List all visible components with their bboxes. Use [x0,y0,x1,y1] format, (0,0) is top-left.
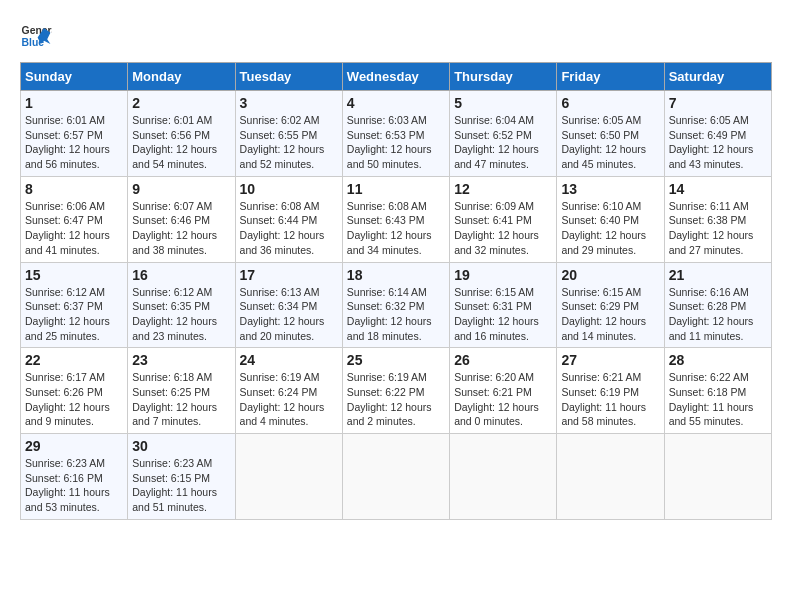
calendar-cell: 3 Sunrise: 6:02 AMSunset: 6:55 PMDayligh… [235,91,342,177]
day-number: 30 [132,438,230,454]
calendar-cell [450,434,557,520]
calendar-cell: 23 Sunrise: 6:18 AMSunset: 6:25 PMDaylig… [128,348,235,434]
day-info: Sunrise: 6:13 AMSunset: 6:34 PMDaylight:… [240,285,338,344]
weekday-header-thursday: Thursday [450,63,557,91]
day-info: Sunrise: 6:16 AMSunset: 6:28 PMDaylight:… [669,285,767,344]
weekday-header-monday: Monday [128,63,235,91]
calendar-cell: 24 Sunrise: 6:19 AMSunset: 6:24 PMDaylig… [235,348,342,434]
calendar-cell: 16 Sunrise: 6:12 AMSunset: 6:35 PMDaylig… [128,262,235,348]
weekday-header-tuesday: Tuesday [235,63,342,91]
weekday-header-saturday: Saturday [664,63,771,91]
calendar-cell: 5 Sunrise: 6:04 AMSunset: 6:52 PMDayligh… [450,91,557,177]
calendar-cell: 30 Sunrise: 6:23 AMSunset: 6:15 PMDaylig… [128,434,235,520]
day-number: 25 [347,352,445,368]
day-info: Sunrise: 6:12 AMSunset: 6:37 PMDaylight:… [25,285,123,344]
calendar-cell: 4 Sunrise: 6:03 AMSunset: 6:53 PMDayligh… [342,91,449,177]
day-info: Sunrise: 6:11 AMSunset: 6:38 PMDaylight:… [669,199,767,258]
day-info: Sunrise: 6:01 AMSunset: 6:57 PMDaylight:… [25,113,123,172]
day-number: 20 [561,267,659,283]
day-number: 17 [240,267,338,283]
weekday-header-wednesday: Wednesday [342,63,449,91]
day-info: Sunrise: 6:07 AMSunset: 6:46 PMDaylight:… [132,199,230,258]
day-info: Sunrise: 6:05 AMSunset: 6:49 PMDaylight:… [669,113,767,172]
calendar-cell: 26 Sunrise: 6:20 AMSunset: 6:21 PMDaylig… [450,348,557,434]
day-number: 27 [561,352,659,368]
day-info: Sunrise: 6:04 AMSunset: 6:52 PMDaylight:… [454,113,552,172]
day-number: 10 [240,181,338,197]
day-number: 5 [454,95,552,111]
day-info: Sunrise: 6:20 AMSunset: 6:21 PMDaylight:… [454,370,552,429]
day-number: 16 [132,267,230,283]
day-number: 24 [240,352,338,368]
day-info: Sunrise: 6:08 AMSunset: 6:43 PMDaylight:… [347,199,445,258]
calendar-cell: 8 Sunrise: 6:06 AMSunset: 6:47 PMDayligh… [21,176,128,262]
calendar-cell: 10 Sunrise: 6:08 AMSunset: 6:44 PMDaylig… [235,176,342,262]
calendar-cell [235,434,342,520]
day-info: Sunrise: 6:10 AMSunset: 6:40 PMDaylight:… [561,199,659,258]
calendar-cell: 6 Sunrise: 6:05 AMSunset: 6:50 PMDayligh… [557,91,664,177]
calendar-cell: 2 Sunrise: 6:01 AMSunset: 6:56 PMDayligh… [128,91,235,177]
day-number: 15 [25,267,123,283]
calendar-cell: 14 Sunrise: 6:11 AMSunset: 6:38 PMDaylig… [664,176,771,262]
day-info: Sunrise: 6:12 AMSunset: 6:35 PMDaylight:… [132,285,230,344]
logo-icon: General Blue [20,20,52,52]
calendar-cell: 25 Sunrise: 6:19 AMSunset: 6:22 PMDaylig… [342,348,449,434]
day-info: Sunrise: 6:05 AMSunset: 6:50 PMDaylight:… [561,113,659,172]
day-number: 13 [561,181,659,197]
day-info: Sunrise: 6:18 AMSunset: 6:25 PMDaylight:… [132,370,230,429]
day-number: 18 [347,267,445,283]
day-number: 14 [669,181,767,197]
day-info: Sunrise: 6:23 AMSunset: 6:15 PMDaylight:… [132,456,230,515]
day-info: Sunrise: 6:22 AMSunset: 6:18 PMDaylight:… [669,370,767,429]
calendar-cell: 19 Sunrise: 6:15 AMSunset: 6:31 PMDaylig… [450,262,557,348]
day-number: 6 [561,95,659,111]
calendar-cell: 21 Sunrise: 6:16 AMSunset: 6:28 PMDaylig… [664,262,771,348]
day-info: Sunrise: 6:01 AMSunset: 6:56 PMDaylight:… [132,113,230,172]
calendar-cell: 9 Sunrise: 6:07 AMSunset: 6:46 PMDayligh… [128,176,235,262]
calendar-cell: 7 Sunrise: 6:05 AMSunset: 6:49 PMDayligh… [664,91,771,177]
day-number: 21 [669,267,767,283]
day-info: Sunrise: 6:09 AMSunset: 6:41 PMDaylight:… [454,199,552,258]
calendar-cell: 13 Sunrise: 6:10 AMSunset: 6:40 PMDaylig… [557,176,664,262]
day-info: Sunrise: 6:15 AMSunset: 6:31 PMDaylight:… [454,285,552,344]
calendar-cell: 18 Sunrise: 6:14 AMSunset: 6:32 PMDaylig… [342,262,449,348]
logo: General Blue [20,20,52,52]
day-info: Sunrise: 6:03 AMSunset: 6:53 PMDaylight:… [347,113,445,172]
day-number: 19 [454,267,552,283]
day-number: 29 [25,438,123,454]
day-info: Sunrise: 6:02 AMSunset: 6:55 PMDaylight:… [240,113,338,172]
page-header: General Blue [20,20,772,52]
day-number: 9 [132,181,230,197]
day-info: Sunrise: 6:06 AMSunset: 6:47 PMDaylight:… [25,199,123,258]
day-info: Sunrise: 6:15 AMSunset: 6:29 PMDaylight:… [561,285,659,344]
day-number: 7 [669,95,767,111]
day-number: 1 [25,95,123,111]
day-info: Sunrise: 6:19 AMSunset: 6:22 PMDaylight:… [347,370,445,429]
day-info: Sunrise: 6:19 AMSunset: 6:24 PMDaylight:… [240,370,338,429]
calendar-cell: 22 Sunrise: 6:17 AMSunset: 6:26 PMDaylig… [21,348,128,434]
day-number: 8 [25,181,123,197]
day-number: 26 [454,352,552,368]
calendar-cell: 15 Sunrise: 6:12 AMSunset: 6:37 PMDaylig… [21,262,128,348]
calendar-cell: 1 Sunrise: 6:01 AMSunset: 6:57 PMDayligh… [21,91,128,177]
weekday-header-friday: Friday [557,63,664,91]
calendar-cell: 28 Sunrise: 6:22 AMSunset: 6:18 PMDaylig… [664,348,771,434]
day-info: Sunrise: 6:17 AMSunset: 6:26 PMDaylight:… [25,370,123,429]
calendar-cell [557,434,664,520]
day-info: Sunrise: 6:08 AMSunset: 6:44 PMDaylight:… [240,199,338,258]
calendar-cell: 29 Sunrise: 6:23 AMSunset: 6:16 PMDaylig… [21,434,128,520]
calendar-cell: 11 Sunrise: 6:08 AMSunset: 6:43 PMDaylig… [342,176,449,262]
day-number: 28 [669,352,767,368]
calendar-cell: 27 Sunrise: 6:21 AMSunset: 6:19 PMDaylig… [557,348,664,434]
day-info: Sunrise: 6:21 AMSunset: 6:19 PMDaylight:… [561,370,659,429]
calendar-cell [342,434,449,520]
day-number: 2 [132,95,230,111]
day-number: 4 [347,95,445,111]
calendar-cell: 12 Sunrise: 6:09 AMSunset: 6:41 PMDaylig… [450,176,557,262]
calendar-cell [664,434,771,520]
calendar-cell: 17 Sunrise: 6:13 AMSunset: 6:34 PMDaylig… [235,262,342,348]
day-number: 23 [132,352,230,368]
calendar-table: SundayMondayTuesdayWednesdayThursdayFrid… [20,62,772,520]
day-number: 11 [347,181,445,197]
calendar-cell: 20 Sunrise: 6:15 AMSunset: 6:29 PMDaylig… [557,262,664,348]
